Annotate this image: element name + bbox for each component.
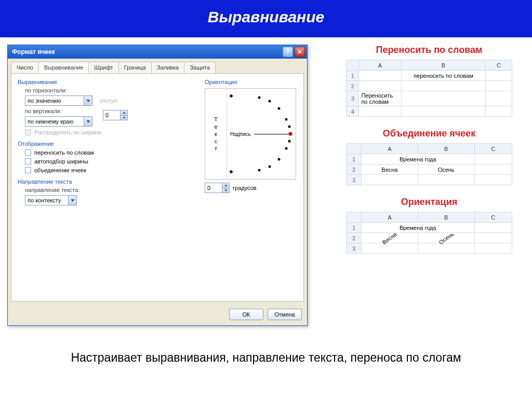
horizontal-value: по значению <box>28 98 61 104</box>
shrink-checkbox[interactable] <box>25 158 31 164</box>
tab-fill[interactable]: Заливка <box>151 62 184 73</box>
orientation-panel[interactable]: Текст Надпись <box>205 88 296 180</box>
indent-spinner[interactable]: 0 <box>103 110 128 120</box>
cell-b2: Осень <box>418 164 474 175</box>
format-cells-dialog: Формат ячеек ? ✕ Число Выравнивание Шриф… <box>7 45 308 326</box>
slide-title: Выравнивание <box>0 0 532 37</box>
orientation-vertical-text: Текст <box>214 116 218 152</box>
shrink-label: автоподбор ширины <box>34 158 88 164</box>
tab-protection[interactable]: Защита <box>184 62 216 73</box>
merged-cell: Времена года <box>362 223 475 233</box>
wrap-example-title: Переносить по словам <box>334 45 525 56</box>
vertical-select[interactable]: по нижнему краю <box>25 116 92 127</box>
cell-a2: Весна <box>362 164 418 175</box>
merged-cell: Времена года <box>362 154 475 164</box>
dialog-titlebar: Формат ячеек ? ✕ <box>8 45 307 59</box>
help-button[interactable]: ? <box>283 47 293 57</box>
orientation-section-label: Ориентация <box>205 79 296 85</box>
wrap-label: переносить по словам <box>34 149 94 156</box>
spinner-down-icon[interactable] <box>222 188 229 193</box>
wrap-example-grid: ABC 1переносить по словам 2 3Переносить … <box>346 60 512 117</box>
slide-caption: Настраивает выравнивания, направление те… <box>0 351 532 365</box>
chevron-down-icon <box>84 117 92 126</box>
tab-font[interactable]: Шрифт <box>88 62 118 73</box>
orient-example-grid: ABC 1Времена года 2ВеснаОсень 3 <box>346 212 512 254</box>
merge-checkbox[interactable] <box>25 167 31 173</box>
direction-select[interactable]: по контексту <box>25 195 77 205</box>
ok-button[interactable]: ОК <box>229 309 263 320</box>
merge-example-title: Объединение ячеек <box>334 128 525 139</box>
orientation-line <box>254 134 290 134</box>
orient-example-title: Ориентация <box>334 197 525 208</box>
tab-alignment[interactable]: Выравнивание <box>38 62 89 73</box>
direction-label: направление текста: <box>25 187 79 193</box>
degrees-label: градусов <box>233 185 257 191</box>
examples-panel: Переносить по словам ABC 1переносить по … <box>334 45 525 326</box>
horizontal-select[interactable]: по значению <box>25 95 92 106</box>
merge-label: объединение ячеек <box>34 167 86 173</box>
tab-strip: Число Выравнивание Шрифт Граница Заливка… <box>8 59 307 73</box>
merge-example-grid: ABC 1Времена года 2ВеснаОсень 3 <box>346 143 512 185</box>
cell-a3: Переносить по словам <box>359 91 401 106</box>
direction-value: по контексту <box>28 197 61 203</box>
vertical-label: по вертикали: <box>25 108 87 114</box>
orientation-inner-label: Надпись <box>230 131 251 137</box>
spinner-down-icon[interactable] <box>121 116 127 120</box>
distribute-label: Распределять по ширине <box>34 129 101 135</box>
degrees-value: 0 <box>207 185 210 191</box>
chevron-down-icon <box>68 196 76 205</box>
dialog-button-row: ОК Отмена <box>8 305 307 325</box>
degrees-spinner[interactable]: 0 <box>205 183 230 193</box>
dialog-title: Формат ячеек <box>12 48 55 56</box>
distribute-checkbox <box>25 129 31 135</box>
spinner-up-icon[interactable] <box>222 183 229 188</box>
chevron-down-icon <box>84 96 92 105</box>
tab-border[interactable]: Граница <box>118 62 152 73</box>
vertical-value: по нижнему краю <box>28 118 73 125</box>
indent-value: 0 <box>105 112 109 118</box>
orientation-vertical-button[interactable]: Текст <box>205 89 227 179</box>
orientation-dial[interactable]: Надпись <box>227 89 296 179</box>
tab-panel: Выравнивание по горизонтали: по значению… <box>11 73 304 301</box>
cancel-button[interactable]: Отмена <box>268 309 302 320</box>
wrap-checkbox[interactable] <box>25 149 31 156</box>
orientation-handle[interactable] <box>289 132 292 136</box>
close-button[interactable]: ✕ <box>295 47 305 57</box>
horizontal-label: по горизонтали: <box>25 87 87 93</box>
tab-number[interactable]: Число <box>11 62 39 73</box>
indent-label: отступ: <box>100 98 118 104</box>
cell-b1: переносить по словам <box>401 71 486 81</box>
spinner-up-icon[interactable] <box>121 111 127 116</box>
